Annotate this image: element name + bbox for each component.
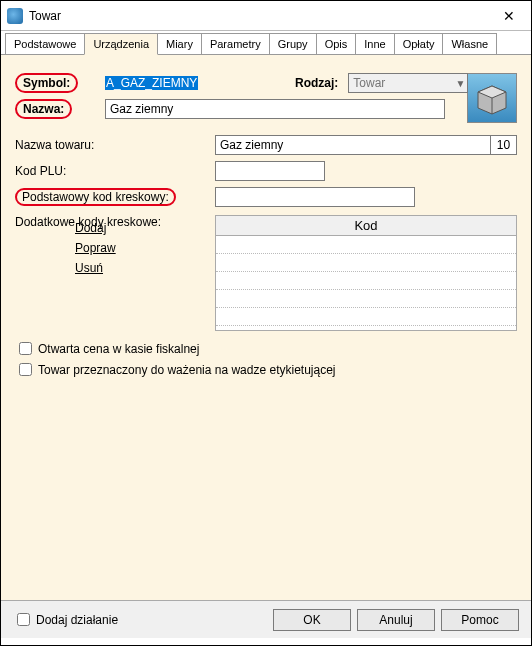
rodzaj-label: Rodzaj: xyxy=(295,76,338,90)
nazwa-towaru-count xyxy=(490,136,516,154)
nazwa-towaru-field[interactable] xyxy=(216,136,490,154)
weigh-label: Towar przeznaczony do ważenia na wadze e… xyxy=(38,363,336,377)
add-barcode-link[interactable]: Dodaj xyxy=(75,221,215,235)
nazwa-towaru-label: Nazwa towaru: xyxy=(15,138,215,152)
product-image[interactable] xyxy=(467,73,517,123)
tab-parametry[interactable]: Parametry xyxy=(201,33,270,54)
barcode-label: Podstawowy kod kreskowy: xyxy=(15,188,176,206)
close-icon: ✕ xyxy=(503,8,515,24)
tab-panel: Symbol: A_GAZ_ZIEMNY Rodzaj: Towar ▼ Naz… xyxy=(1,55,531,600)
tabstrip: Podstawowe Urządzenia Miary Parametry Gr… xyxy=(1,31,531,55)
table-row xyxy=(216,308,516,326)
nazwa-label: Nazwa: xyxy=(15,99,72,119)
table-row xyxy=(216,254,516,272)
tab-wlasne[interactable]: Własne xyxy=(442,33,497,54)
rodzaj-select[interactable]: Towar ▼ xyxy=(348,73,468,93)
window-title: Towar xyxy=(29,9,486,23)
barcode-table-header: Kod xyxy=(216,216,516,236)
kod-plu-label: Kod PLU: xyxy=(15,164,215,178)
tab-inne[interactable]: Inne xyxy=(355,33,394,54)
tab-miary[interactable]: Miary xyxy=(157,33,202,54)
kod-plu-field[interactable] xyxy=(215,161,325,181)
footer: Dodaj działanie OK Anuluj Pomoc xyxy=(1,600,531,638)
add-action-label: Dodaj działanie xyxy=(36,613,118,627)
app-icon xyxy=(7,8,23,24)
nazwa-field[interactable] xyxy=(105,99,445,119)
edit-barcode-link[interactable]: Popraw xyxy=(75,241,215,255)
tab-opis[interactable]: Opis xyxy=(316,33,357,54)
symbol-label: Symbol: xyxy=(15,73,78,93)
nazwa-towaru-group xyxy=(215,135,517,155)
rodzaj-value: Towar xyxy=(353,76,385,90)
barcode-field[interactable] xyxy=(215,187,415,207)
tab-podstawowe[interactable]: Podstawowe xyxy=(5,33,85,54)
chevron-down-icon: ▼ xyxy=(455,78,465,89)
open-price-checkbox[interactable] xyxy=(19,342,32,355)
symbol-field[interactable]: A_GAZ_ZIEMNY xyxy=(105,76,245,90)
close-button[interactable]: ✕ xyxy=(486,1,531,31)
table-row xyxy=(216,290,516,308)
symbol-value: A_GAZ_ZIEMNY xyxy=(105,76,198,90)
table-row xyxy=(216,236,516,254)
barcode-table[interactable]: Kod xyxy=(215,215,517,331)
add-action-checkbox[interactable] xyxy=(17,613,30,626)
open-price-label: Otwarta cena w kasie fiskalnej xyxy=(38,342,199,356)
tab-oplaty[interactable]: Opłaty xyxy=(394,33,444,54)
tab-grupy[interactable]: Grupy xyxy=(269,33,317,54)
cube-icon xyxy=(472,78,512,118)
barcode-links: Dodaj Popraw Usuń xyxy=(15,215,215,331)
table-row xyxy=(216,272,516,290)
cancel-button[interactable]: Anuluj xyxy=(357,609,435,631)
tab-urzadzenia[interactable]: Urządzenia xyxy=(84,33,158,55)
ok-button[interactable]: OK xyxy=(273,609,351,631)
weigh-checkbox[interactable] xyxy=(19,363,32,376)
delete-barcode-link[interactable]: Usuń xyxy=(75,261,215,275)
help-button[interactable]: Pomoc xyxy=(441,609,519,631)
titlebar: Towar ✕ xyxy=(1,1,531,31)
